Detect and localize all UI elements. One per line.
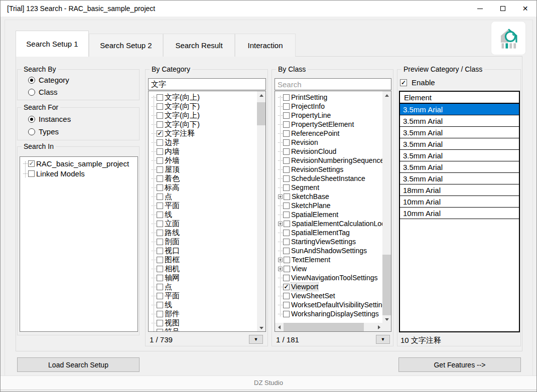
checkbox[interactable] — [284, 221, 290, 227]
class-search-input[interactable] — [275, 78, 391, 90]
checkbox[interactable] — [157, 275, 163, 281]
tree-item[interactable]: WorksetDefaultVisibilitySetting — [275, 300, 382, 309]
preview-row[interactable]: 3.5mm Arial — [400, 115, 519, 127]
expand-plus-icon[interactable] — [278, 222, 283, 226]
preview-row[interactable]: 18mm Arial — [400, 184, 519, 196]
checkbox[interactable] — [157, 230, 163, 236]
tree-item[interactable]: 平面 — [149, 201, 257, 210]
tree-item[interactable]: PropertySetElement — [275, 120, 382, 129]
checkbox[interactable] — [283, 166, 290, 173]
radio-category[interactable]: Category — [28, 76, 69, 84]
checkbox[interactable] — [283, 130, 290, 137]
load-search-setup-button[interactable]: Load Search Setup — [17, 357, 140, 372]
checkbox[interactable] — [283, 275, 290, 281]
radio-types[interactable]: Types — [28, 127, 59, 136]
checkbox[interactable] — [157, 221, 163, 227]
tree-item[interactable]: WorksharingDisplaySettings — [275, 309, 382, 318]
checkbox[interactable] — [157, 293, 163, 299]
scrollbar-thumb[interactable] — [382, 255, 391, 315]
preview-row[interactable]: 3.5mm Arial — [400, 104, 519, 115]
tree-item[interactable]: 立面 — [149, 219, 257, 228]
checkbox[interactable] — [283, 103, 290, 110]
checkbox[interactable] — [283, 239, 290, 245]
checkbox[interactable] — [157, 103, 163, 110]
checkbox[interactable] — [283, 230, 290, 236]
tree-item[interactable]: TextElement — [275, 255, 382, 264]
tree-item[interactable]: ReferencePoint — [275, 129, 382, 138]
tree-item[interactable]: SketchBase — [275, 192, 382, 201]
tree-item[interactable]: 文字(向上) — [149, 93, 257, 102]
tree-item[interactable]: RevisionCloud — [275, 147, 382, 156]
class-horizontal-scrollbar[interactable] — [275, 323, 383, 331]
category-vertical-scrollbar[interactable] — [257, 91, 265, 332]
tab-interaction[interactable]: Interaction — [235, 34, 296, 57]
checkbox[interactable] — [157, 94, 163, 101]
checkbox[interactable] — [157, 329, 163, 332]
checkbox[interactable] — [157, 302, 163, 308]
preview-row[interactable]: 10mm Arial — [400, 196, 519, 208]
tree-item[interactable]: 剖面 — [149, 237, 257, 246]
checkbox[interactable] — [283, 148, 290, 155]
minimize-button[interactable] — [469, 1, 491, 17]
tree-item[interactable]: 文字(向下) — [149, 120, 257, 129]
scrollbar-thumb[interactable] — [284, 323, 364, 331]
tree-item[interactable]: SpatialElementCalculationLoca — [275, 219, 382, 228]
tree-item[interactable]: View — [275, 264, 382, 273]
checkbox[interactable] — [157, 193, 163, 200]
radio-selected-icon[interactable] — [28, 77, 35, 84]
enable-checkbox-row[interactable]: ✓ Enable — [400, 78, 435, 87]
tree-item[interactable]: Segment — [275, 183, 382, 192]
close-button[interactable]: ✕ — [514, 1, 536, 17]
tree-item[interactable]: ScheduleSheetInstance — [275, 174, 382, 183]
tree-item[interactable]: 路线 — [149, 228, 257, 237]
scroll-up-icon[interactable] — [382, 91, 391, 100]
scroll-down-icon[interactable] — [257, 324, 265, 332]
checkbox[interactable] — [28, 170, 35, 177]
class-vertical-scrollbar[interactable] — [382, 91, 391, 324]
preview-row[interactable]: 3.5mm Arial — [400, 150, 519, 161]
tree-item[interactable]: 屋顶 — [149, 165, 257, 174]
checkbox[interactable] — [157, 257, 163, 263]
checkbox[interactable] — [157, 311, 163, 317]
checkbox[interactable] — [157, 239, 163, 245]
checkbox[interactable] — [283, 139, 290, 146]
tree-item[interactable]: 部件 — [149, 309, 257, 318]
category-dropdown-button[interactable]: ▼ — [249, 335, 263, 344]
tree-item[interactable]: 视口 — [149, 246, 257, 255]
tree-item[interactable]: RevisionSettings — [275, 165, 382, 174]
checkbox[interactable] — [284, 193, 290, 200]
tree-item[interactable]: ✓Viewport — [275, 282, 382, 291]
expand-plus-icon[interactable] — [278, 267, 283, 271]
checkbox[interactable] — [283, 157, 290, 164]
checked-checkbox[interactable]: ✓ — [157, 130, 163, 137]
tree-item[interactable]: Revision — [275, 138, 382, 147]
scroll-left-icon[interactable] — [275, 323, 284, 331]
checkbox[interactable] — [157, 112, 163, 119]
tree-item[interactable]: PropertyLine — [275, 111, 382, 120]
tree-item[interactable]: ViewNavigationToolSettings — [275, 273, 382, 282]
checkbox[interactable] — [157, 266, 163, 272]
radio-instances[interactable]: Instances — [28, 115, 71, 123]
preview-row[interactable]: 3.5mm Arial — [400, 138, 519, 150]
checkbox[interactable] — [157, 212, 163, 218]
expand-plus-icon[interactable] — [278, 258, 283, 262]
tree-item[interactable]: Linked Models — [20, 168, 138, 178]
tree-item[interactable]: 视图 — [149, 318, 257, 327]
checkbox[interactable] — [283, 94, 290, 101]
checkbox[interactable] — [157, 320, 163, 326]
radio-selected-icon[interactable] — [28, 116, 35, 123]
tree-item[interactable]: SpatialElementTag — [275, 228, 382, 237]
checkbox[interactable] — [283, 311, 290, 317]
maximize-button[interactable] — [491, 1, 514, 17]
checked-checkbox[interactable]: ✓ — [283, 284, 290, 290]
preview-row[interactable]: 3.5mm Arial — [400, 161, 519, 173]
tree-item[interactable]: ViewSheetSet — [275, 291, 382, 300]
category-filter-input[interactable] — [148, 78, 266, 90]
tree-item[interactable]: SketchPlane — [275, 201, 382, 210]
checkbox[interactable] — [157, 121, 163, 128]
expand-plus-icon[interactable] — [278, 194, 283, 199]
checkbox[interactable] — [157, 184, 163, 191]
preview-row[interactable]: 3.5mm Arial — [400, 173, 519, 184]
tree-item[interactable]: RevisionNumberingSequence — [275, 156, 382, 165]
checkbox[interactable] — [283, 112, 290, 119]
